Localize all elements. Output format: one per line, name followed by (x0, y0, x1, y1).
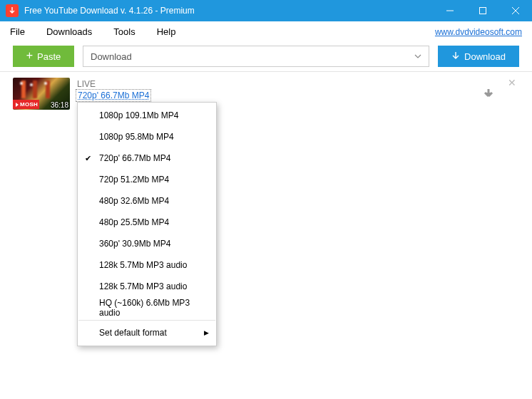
download-button[interactable]: Download (438, 46, 519, 67)
paste-label: Paste (37, 51, 61, 62)
format-option[interactable]: 720p 51.2Mb MP4 (78, 169, 216, 190)
format-option[interactable]: ✔720p' 66.7Mb MP4 (78, 147, 216, 169)
format-option-label: 1080p 109.1Mb MP4 (99, 110, 178, 120)
toolbar: + Paste Download Download (0, 43, 532, 71)
app-icon (6, 4, 19, 17)
plus-icon: + (26, 49, 33, 62)
window-title: Free YouTube Download v. 4.1.26 - Premiu… (24, 6, 195, 16)
format-option-label: 1080p 95.8Mb MP4 (99, 132, 174, 142)
video-duration: 36:18 (51, 101, 68, 109)
maximize-button[interactable] (466, 0, 499, 21)
format-option[interactable]: HQ (~160k) 6.6Mb MP3 audio (78, 297, 216, 318)
format-option-label: 480p 32.6Mb MP4 (99, 196, 169, 206)
menu-help[interactable]: Help (157, 26, 176, 37)
format-option[interactable]: 480p 25.5Mb MP4 (78, 212, 216, 233)
thumbnail-source-badge: MOSH (13, 100, 39, 109)
format-option[interactable]: 360p' 30.9Mb MP4 (78, 233, 216, 254)
format-option-label: 128k 5.7Mb MP3 audio (99, 260, 187, 270)
format-option[interactable]: 128k 5.7Mb MP3 audio (78, 276, 216, 297)
format-option-label: HQ (~160k) 6.6Mb MP3 audio (99, 298, 208, 318)
menu-downloads[interactable]: Downloads (46, 26, 92, 37)
download-item-icon[interactable] (482, 88, 495, 103)
format-option[interactable]: 1080p 95.8Mb MP4 (78, 126, 216, 147)
format-option-label: 720p' 66.7Mb MP4 (99, 153, 170, 163)
format-option[interactable]: 1080p 109.1Mb MP4 (78, 105, 216, 126)
format-option[interactable]: 128k 5.7Mb MP3 audio (78, 254, 216, 276)
titlebar: Free YouTube Download v. 4.1.26 - Premiu… (0, 0, 532, 21)
submenu-arrow-icon: ▶ (204, 329, 209, 336)
chevron-down-icon (414, 51, 421, 62)
menubar: File Downloads Tools Help www.dvdvideoso… (0, 21, 532, 43)
video-thumbnail[interactable]: MOSH 36:18 (13, 78, 70, 110)
format-option[interactable]: 480p 32.6Mb MP4 (78, 190, 216, 212)
format-option-label: 128k 5.7Mb MP3 audio (99, 281, 187, 291)
set-default-format[interactable]: Set default format▶ (78, 322, 216, 343)
video-title: LIVE (77, 79, 475, 89)
menu-file[interactable]: File (10, 26, 25, 37)
content: MOSH 36:18 LIVE 720p' 66.7Mb MP4 ✕ 1080p… (0, 72, 532, 115)
format-option-label: 480p 25.5Mb MP4 (99, 217, 169, 227)
format-dropdown: 1080p 109.1Mb MP41080p 95.8Mb MP4✔720p' … (77, 102, 217, 346)
svg-rect-0 (480, 8, 486, 14)
set-default-label: Set default format (99, 328, 167, 338)
remove-item-button[interactable]: ✕ (505, 78, 519, 88)
format-option-label: 360p' 30.9Mb MP4 (99, 239, 170, 249)
check-icon: ✔ (85, 154, 91, 163)
menu-tools[interactable]: Tools (113, 26, 135, 37)
format-option-label: 720p 51.2Mb MP4 (99, 175, 169, 185)
close-button[interactable] (499, 0, 532, 21)
paste-button[interactable]: + Paste (13, 46, 74, 67)
website-link[interactable]: www.dvdvideosoft.com (435, 27, 522, 37)
action-select[interactable]: Download (83, 46, 429, 67)
download-label: Download (464, 51, 506, 62)
format-selector-link[interactable]: 720p' 66.7Mb MP4 (77, 90, 150, 100)
minimize-button[interactable] (434, 0, 466, 21)
video-meta: LIVE 720p' 66.7Mb MP4 (77, 78, 475, 100)
action-select-label: Download (91, 51, 132, 62)
dropdown-separator (78, 320, 215, 321)
download-arrow-icon (451, 51, 460, 62)
